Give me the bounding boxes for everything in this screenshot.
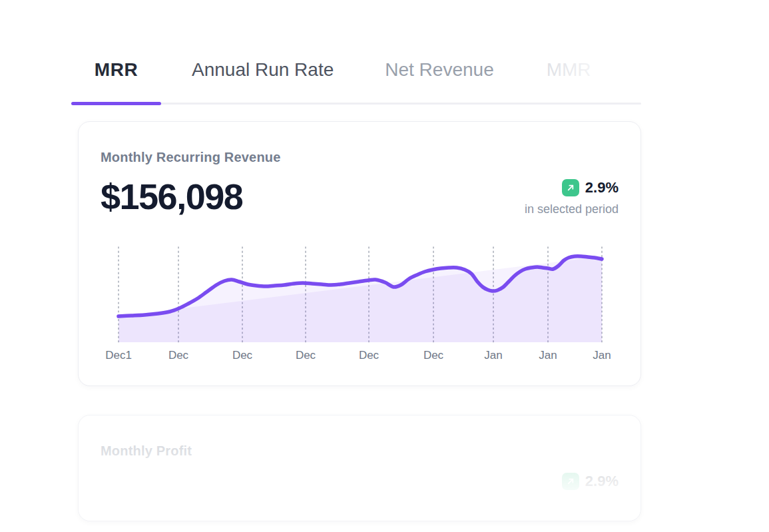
x-tick-label: Dec [296, 349, 316, 362]
active-tab-indicator [71, 102, 161, 105]
card-title: Monthly Profit [101, 443, 619, 459]
mrr-value: $156,098 [101, 176, 242, 217]
card-title: Monthly Recurring Revenue [101, 150, 619, 165]
profit-value [101, 469, 110, 511]
period-label: in selected period [525, 202, 619, 216]
x-tick-label: Dec [232, 349, 252, 362]
x-axis-labels: Dec1DecDecDecDecDecJanJanJan [101, 349, 620, 365]
mrr-area-chart[interactable]: Dec1DecDecDecDecDecJanJanJan [101, 243, 620, 365]
monthly-profit-card: Monthly Profit 2.9% [78, 415, 641, 521]
x-tick-label: Dec [168, 349, 188, 362]
change-percent: 2.9% [585, 179, 619, 196]
tab-mmr[interactable]: MMR [547, 59, 591, 81]
chart-canvas[interactable] [101, 243, 620, 344]
tab-mrr[interactable]: MRR [71, 59, 161, 81]
change-block: 2.9% in selected period [525, 176, 619, 216]
tab-net-revenue[interactable]: Net Revenue [385, 59, 493, 81]
dashboard-page: MRR Annual Run Rate Net Revenue MMR Mont… [0, 0, 769, 532]
arrow-up-right-icon [565, 182, 576, 193]
mrr-card: Monthly Recurring Revenue $156,098 2.9% … [78, 121, 641, 386]
x-tick-label: Dec [423, 349, 443, 362]
x-tick-label: Dec [359, 349, 379, 362]
x-tick-label: Jan [593, 349, 611, 362]
metric-tab-bar: MRR Annual Run Rate Net Revenue MMR [71, 59, 641, 81]
trend-up-badge [562, 473, 579, 490]
arrow-up-right-icon [565, 476, 576, 487]
change-percent: 2.9% [585, 473, 619, 490]
value-row: $156,098 2.9% in selected period [101, 176, 619, 217]
trend-up-badge [562, 179, 579, 196]
x-tick-label: Dec1 [105, 349, 132, 362]
change-block: 2.9% [562, 469, 619, 490]
x-tick-label: Jan [539, 349, 557, 362]
tab-annual-run-rate[interactable]: Annual Run Rate [192, 59, 334, 81]
value-row: 2.9% [101, 469, 619, 511]
x-tick-label: Jan [484, 349, 502, 362]
